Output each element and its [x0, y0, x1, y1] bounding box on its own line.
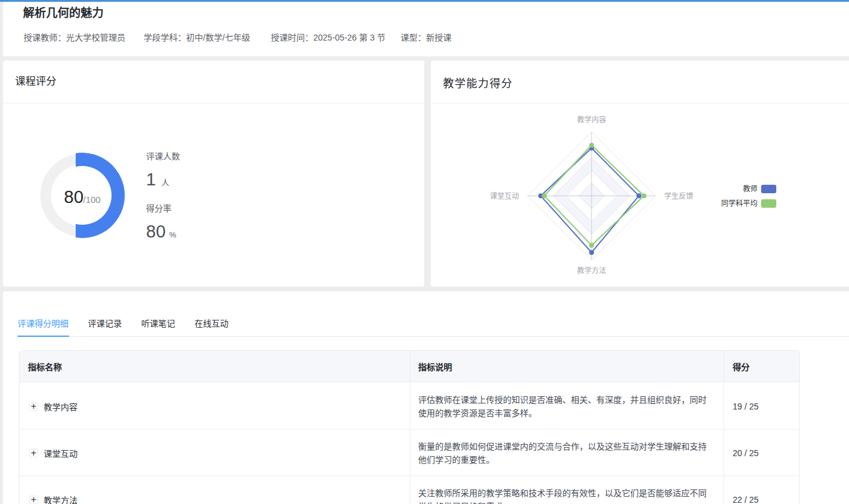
svg-text:/100: /100 — [83, 194, 101, 205]
svg-text:教学方法: 教学方法 — [577, 266, 606, 275]
svg-text:教学内容: 教学内容 — [577, 115, 606, 124]
svg-text:学生反馈: 学生反馈 — [664, 191, 693, 201]
svg-text:80: 80 — [64, 187, 84, 207]
svg-text:同学科平均: 同学科平均 — [721, 199, 757, 208]
svg-text:教师: 教师 — [743, 184, 757, 193]
svg-text:课堂互动: 课堂互动 — [490, 192, 519, 201]
